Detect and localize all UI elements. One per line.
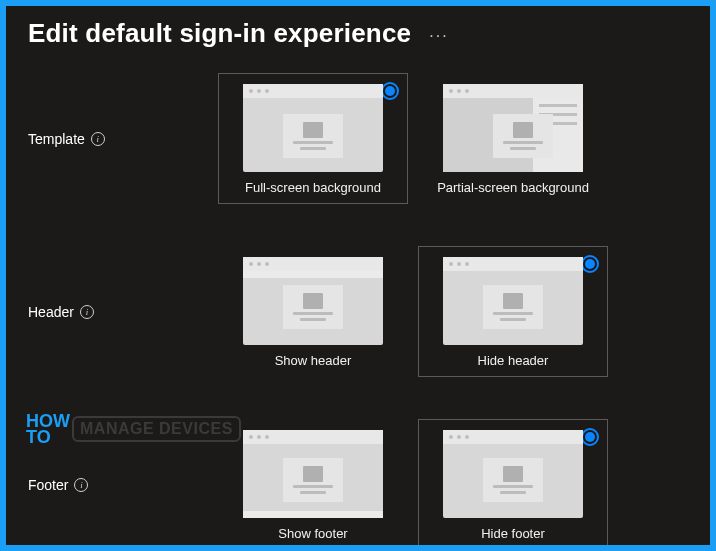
option-label: Show footer [229,526,397,541]
option-show-footer[interactable]: Show footer [218,419,408,545]
radio-selected-icon [581,428,599,446]
thumbnail-hide-footer [443,430,583,518]
option-label: Full-screen background [229,180,397,195]
template-label-group: Template i [28,131,208,147]
settings-panel: Edit default sign-in experience ··· Temp… [6,6,710,545]
watermark-how: HOW TO [26,413,70,445]
header-row: Header i Show header Hide header [28,246,688,377]
more-icon[interactable]: ··· [429,27,448,45]
thumbnail-show-footer [243,430,383,518]
info-icon[interactable]: i [74,478,88,492]
option-hide-footer[interactable]: Hide footer [418,419,608,545]
template-label: Template [28,131,85,147]
option-full-screen-background[interactable]: Full-screen background [218,73,408,204]
info-icon[interactable]: i [80,305,94,319]
radio-selected-icon [381,82,399,100]
page-title: Edit default sign-in experience [28,18,411,49]
thumbnail-partial-screen [443,84,583,172]
info-icon[interactable]: i [91,132,105,146]
option-hide-header[interactable]: Hide header [418,246,608,377]
template-row: Template i Full-screen background Partia… [28,73,688,204]
footer-label: Footer [28,477,68,493]
option-label: Show header [229,353,397,368]
option-show-header[interactable]: Show header [218,246,408,377]
option-label: Hide header [429,353,597,368]
thumbnail-hide-header [443,257,583,345]
footer-label-group: Footer i [28,477,208,493]
header-label: Header [28,304,74,320]
header-label-group: Header i [28,304,208,320]
thumbnail-full-screen [243,84,383,172]
title-row: Edit default sign-in experience ··· [28,18,688,49]
option-partial-screen-background[interactable]: Partial-screen background [418,73,608,204]
option-label: Partial-screen background [429,180,597,195]
thumbnail-show-header [243,257,383,345]
watermark-box: MANAGE DEVICES [72,416,241,442]
watermark: HOW TO MANAGE DEVICES [26,413,241,445]
radio-selected-icon [581,255,599,273]
option-label: Hide footer [429,526,597,541]
